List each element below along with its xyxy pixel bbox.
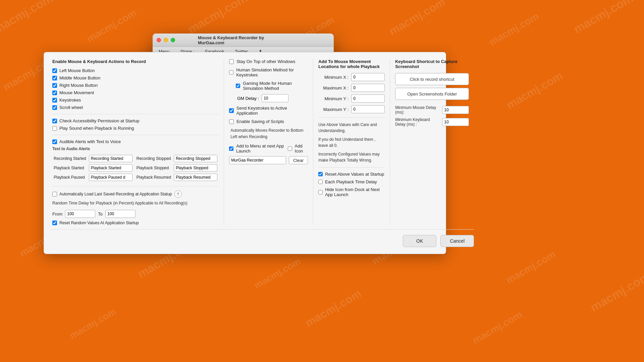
col4: Keyboard Shortcut to Capture Screenshot … bbox=[390, 59, 474, 225]
left-mouse-label: Left Mouse Button bbox=[59, 68, 95, 73]
alert-input-playback-stopped[interactable] bbox=[174, 164, 217, 172]
enable-saving-checkbox[interactable] bbox=[229, 119, 234, 124]
alert-input-playback-started[interactable] bbox=[89, 164, 132, 172]
human-sim-label: Human Simulation Method for Keystrokes bbox=[236, 67, 308, 77]
gm-delay-label: GM Delay : bbox=[237, 96, 259, 101]
max-x-input[interactable] bbox=[351, 84, 385, 92]
title-bar: Mouse & Keyboard Recorder by MurGaa.com bbox=[153, 34, 334, 47]
mouse-movement-checkbox[interactable] bbox=[52, 90, 57, 95]
keystrokes-row: Keystrokes bbox=[52, 98, 219, 103]
reset-above-checkbox[interactable] bbox=[318, 172, 323, 176]
gaming-mode-checkbox[interactable] bbox=[236, 83, 240, 88]
alert-label-playback-resumed: Playback Resumed bbox=[134, 173, 172, 182]
alert-input-recording-stopped[interactable] bbox=[174, 155, 217, 162]
alert-row-playback-started: Playback Started Playback Stopped bbox=[52, 163, 219, 173]
ok-button[interactable]: OK bbox=[403, 235, 436, 247]
min-keyboard-delay-row: Minimum Keyboard Delay (ms) : bbox=[395, 117, 469, 127]
min-x-label: Minimum X : bbox=[318, 75, 348, 80]
left-mouse-checkbox[interactable] bbox=[52, 68, 57, 73]
auto-load-label: Automatically Load Last Saved Recording … bbox=[59, 192, 172, 196]
min-y-row: Minimum Y : bbox=[318, 95, 385, 103]
scroll-wheel-row: Scroll wheel bbox=[52, 105, 219, 110]
help-icon[interactable]: ? bbox=[174, 190, 182, 198]
right-mouse-checkbox[interactable] bbox=[52, 83, 57, 88]
min-x-row: Minimum X : bbox=[318, 73, 385, 81]
alert-input-playback-resumed[interactable] bbox=[174, 174, 217, 181]
check-accessibility-checkbox[interactable] bbox=[52, 119, 57, 123]
click-to-record-button[interactable]: Click to record shortcut bbox=[395, 73, 469, 85]
each-playback-checkbox[interactable] bbox=[318, 180, 323, 184]
auto-load-checkbox[interactable] bbox=[52, 192, 57, 196]
min-x-input[interactable] bbox=[351, 73, 385, 81]
right-mouse-label: Right Mouse Button bbox=[59, 83, 98, 88]
minimize-button[interactable] bbox=[164, 38, 168, 42]
settings-panel: Enable Mouse & Keyboard Actions to Recor… bbox=[44, 52, 446, 254]
alert-label-playback-started: Playback Started bbox=[52, 163, 88, 173]
hide-icon-checkbox[interactable] bbox=[318, 190, 323, 194]
each-playback-label: Each Playback Time Delay bbox=[325, 179, 377, 184]
max-y-input[interactable] bbox=[351, 105, 385, 113]
enable-saving-row: Enable Saving of Scripts bbox=[229, 119, 308, 124]
add-to-menu-checkbox[interactable] bbox=[229, 146, 233, 151]
cancel-button[interactable]: Cancel bbox=[440, 235, 474, 247]
max-x-label: Maximum X : bbox=[318, 85, 348, 90]
min-mouse-delay-row: Minimum Mouse Delay (ms): bbox=[395, 105, 469, 115]
reset-above-label: Reset Above Values at Startup bbox=[325, 172, 384, 177]
from-value-input[interactable] bbox=[65, 210, 95, 218]
send-keystrokes-row: Send Keystrokes to Active Application bbox=[229, 106, 308, 116]
send-keystrokes-checkbox[interactable] bbox=[229, 108, 234, 113]
play-sound-row: Play Sound when Playback is Running bbox=[52, 126, 219, 131]
middle-mouse-label: Middle Mouse Button bbox=[59, 75, 100, 80]
alert-input-playback-paused[interactable] bbox=[89, 174, 132, 181]
max-y-label: Maximum Y : bbox=[318, 107, 348, 112]
keystrokes-label: Keystrokes bbox=[59, 98, 81, 103]
col1-header: Enable Mouse & Keyboard Actions to Recor… bbox=[52, 59, 219, 64]
close-button[interactable] bbox=[157, 38, 161, 42]
min-keyboard-delay-label: Minimum Keyboard Delay (ms) : bbox=[395, 117, 439, 127]
bottom-bar: OK Cancel bbox=[51, 229, 474, 247]
middle-mouse-row: Middle Mouse Button bbox=[52, 75, 219, 80]
left-mouse-row: Left Mouse Button bbox=[52, 68, 219, 73]
random-delay-label: Random Time Delay for Playback (in Perce… bbox=[52, 200, 219, 206]
add-to-menu-row: Add to Menu at next App Launch Add Icon bbox=[229, 143, 308, 154]
play-sound-checkbox[interactable] bbox=[52, 126, 57, 131]
stay-on-top-label: Stay On Top of other Windows bbox=[236, 59, 295, 64]
menu-name-row: Clear bbox=[229, 156, 308, 164]
gm-delay-input[interactable] bbox=[262, 94, 288, 102]
middle-mouse-checkbox[interactable] bbox=[52, 76, 57, 80]
min-keyboard-delay-input[interactable] bbox=[442, 118, 469, 126]
col2: Stay On Top of other Windows Human Simul… bbox=[224, 59, 313, 225]
traffic-lights bbox=[157, 38, 175, 42]
reset-random-checkbox[interactable] bbox=[52, 221, 57, 225]
to-value-input[interactable] bbox=[105, 210, 136, 218]
clear-button[interactable]: Clear bbox=[289, 156, 308, 164]
min-mouse-delay-input[interactable] bbox=[442, 106, 469, 114]
max-x-row: Maximum X : bbox=[318, 84, 385, 92]
scroll-wheel-checkbox[interactable] bbox=[52, 105, 57, 110]
from-label: From bbox=[52, 212, 62, 217]
add-icon-checkbox[interactable] bbox=[288, 146, 292, 151]
warning-text-1: Use Above Values with Care and Understan… bbox=[318, 122, 385, 134]
stay-on-top-checkbox[interactable] bbox=[229, 59, 234, 64]
audible-alerts-checkbox[interactable] bbox=[52, 139, 57, 144]
scroll-wheel-label: Scroll wheel bbox=[59, 105, 83, 110]
alert-input-recording-started[interactable] bbox=[89, 155, 132, 162]
play-sound-label: Play Sound when Playback is Running bbox=[59, 126, 134, 131]
reset-random-label: Reset Random Values At Application Start… bbox=[59, 221, 139, 225]
gaming-mode-label: Gaming Mode for Human Simulation Method bbox=[243, 81, 308, 91]
check-accessibility-row: Check Accessibility Permission at Startu… bbox=[52, 118, 219, 123]
col1: Enable Mouse & Keyboard Actions to Recor… bbox=[51, 59, 224, 225]
gaming-mode-row: Gaming Mode for Human Simulation Method bbox=[229, 81, 308, 91]
max-y-row: Maximum Y : bbox=[318, 105, 385, 113]
alert-label-playback-paused: Playback Paused bbox=[52, 173, 88, 182]
alert-row-recording-started: Recording Started Recording Stopped bbox=[52, 154, 219, 163]
open-screenshots-folder-button[interactable]: Open Screenshots Folder bbox=[395, 88, 469, 100]
col3-header: Add To Mouse Movement Locations for whol… bbox=[318, 59, 385, 69]
alert-row-playback-paused: Playback Paused Playback Resumed bbox=[52, 173, 219, 182]
keystrokes-checkbox[interactable] bbox=[52, 98, 57, 103]
maximize-button[interactable] bbox=[171, 38, 175, 42]
human-sim-checkbox[interactable] bbox=[229, 70, 233, 75]
menu-name-input[interactable] bbox=[229, 156, 286, 164]
add-icon-label: Add Icon bbox=[295, 143, 308, 154]
min-y-input[interactable] bbox=[351, 95, 385, 103]
